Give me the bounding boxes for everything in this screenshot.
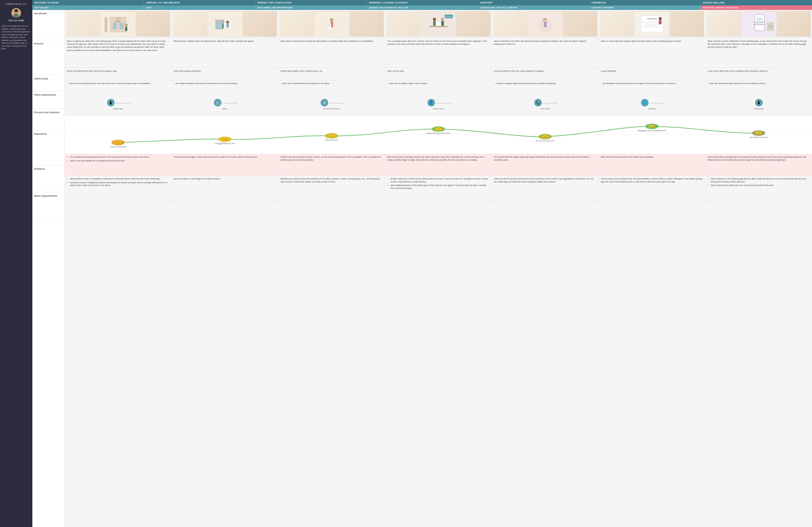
svg-point-4	[14, 10, 18, 12]
subphase-signing: SIGNING THE CONTRACT ON LOAN	[366, 5, 478, 10]
sidebar-title: PERSONAS (1)	[6, 3, 26, 5]
svg-text:🙂: 🙂	[754, 131, 763, 134]
experience-row: 😟 turmoil 😐 vigilance 🙂 focus 😕 di	[65, 116, 812, 154]
persona-name: Aline De Wilde	[8, 19, 24, 22]
storyboard-img-2	[279, 11, 384, 36]
storyboard-img-6: BANK Get life insurance with 25% discoun…	[707, 11, 811, 36]
svg-text:turmoil: turmoil	[110, 146, 126, 148]
problems-row: It's not clear how many people are there…	[65, 154, 812, 176]
svg-rect-34	[436, 22, 441, 26]
storyboard-img-4	[493, 11, 597, 36]
svg-point-12	[125, 24, 128, 27]
svg-rect-46	[643, 22, 660, 23]
label-storyboard: Storyboard	[32, 10, 64, 40]
phase-header-feedback: FEEDBACK	[590, 0, 701, 5]
svg-text:FEEDBACK: FEEDBACK	[647, 18, 657, 20]
svg-text:interest: interest	[750, 136, 768, 138]
persona-card[interactable]: Aline De Wilde • Aline is married and ha…	[1, 8, 31, 50]
ideas-list-0: Allow clients to book a consultation in …	[67, 178, 169, 187]
sidebar: PERSONAS (1) Aline De Wilde • Aline is m…	[0, 0, 32, 527]
svg-rect-14	[207, 12, 243, 36]
svg-text:BANK: BANK	[757, 19, 761, 20]
expectation-cell-2: ...there are several flexible loan optio…	[278, 80, 385, 94]
persona-desc: • Aline is married and has two children,…	[1, 25, 31, 50]
ideas-cell-3: Enable customers to delve into the detai…	[385, 176, 492, 200]
goals-row: Get to the bank before they closed to ar…	[65, 68, 812, 80]
svg-text:appreciation: appreciation	[637, 129, 666, 132]
svg-rect-59	[771, 25, 773, 28]
channel-icon-1: 🏦	[214, 99, 221, 106]
channel-cell-2: 🖨 ▶ Printed Production	[278, 94, 385, 115]
svg-text:concern: concern	[536, 139, 554, 142]
process-cell-4: Aline remembers she didn't ask about the…	[492, 38, 599, 67]
channel-label-1: Bank	[222, 107, 227, 110]
channel-label-0: Mobile app	[113, 107, 123, 110]
expectation-cell-3: ...there are no hidden traps in the cont…	[385, 80, 492, 94]
channel-cell-1: 🏦 ▶ Bank	[172, 94, 278, 115]
channel-cell-5: 🌐 ▶ Website	[599, 94, 706, 115]
svg-text:😊: 😊	[648, 124, 656, 128]
storyboard-cell-0: BANK	[65, 10, 172, 38]
storyboard-cell-2	[278, 10, 385, 38]
channel-icon-0: 📱	[107, 99, 115, 106]
svg-text:😟: 😟	[541, 135, 549, 138]
svg-rect-18	[227, 24, 229, 28]
storyboard-img-5: FEEDBACK	[600, 11, 704, 36]
svg-text:😟: 😟	[114, 141, 122, 144]
svg-point-22	[330, 18, 334, 22]
problems-list-0: It's not clear how many people are there…	[67, 156, 169, 162]
svg-rect-19	[216, 20, 222, 29]
label-channels: Process and channels	[32, 109, 64, 131]
svg-text:focus: focus	[325, 139, 338, 141]
problem-cell-1: There is no coat hanger, so Aline has to…	[172, 154, 278, 176]
ideas-cell-0: Allow clients to book a consultation in …	[65, 176, 172, 200]
row-labels-column: Storyboard Process Client Goals Client e…	[32, 10, 65, 527]
svg-rect-33	[429, 26, 448, 27]
label-experience: Experience	[32, 131, 64, 165]
svg-text:with 25% discount!: with 25% discount!	[754, 24, 765, 25]
problem-cell-4: She worries that the support agent will …	[492, 154, 599, 176]
svg-rect-9	[119, 22, 124, 29]
expectation-cell-4: ...contact a support agent quickly and g…	[492, 80, 599, 94]
subphase-header-row: ON THE WAY VISIT EXPLORING THE INFORMATI…	[32, 5, 812, 10]
ideas-list-6: Add a calculator to the landing page wit…	[708, 178, 810, 187]
channel-label-5: Website	[648, 107, 656, 110]
svg-rect-8	[113, 22, 117, 29]
storyboard-cell-6: BANK Get life insurance with 25% discoun…	[706, 10, 812, 38]
svg-rect-13	[125, 27, 127, 31]
svg-text:🙂: 🙂	[328, 134, 336, 137]
ideas-cell-2: Allocate some space for the kid's stuff …	[278, 176, 385, 200]
svg-text:BANK: BANK	[115, 20, 120, 22]
goal-cell-5: Leave feedback.	[599, 68, 706, 80]
process-cell-2: Aline takes a brochure and reads the inf…	[278, 38, 385, 67]
storyboard-cell-1	[172, 10, 278, 38]
goal-cell-2: Clarify loan details: terms, interest ra…	[278, 68, 385, 80]
ideas-list-3: Enable customers to delve into the detai…	[387, 178, 490, 190]
label-problems: Problems	[32, 165, 64, 192]
phase-header-seeing-consultant: SEEING THE CONSULTANT	[255, 0, 366, 5]
subphase-visit: VISIT	[144, 5, 255, 10]
label-goals: Client Goals	[32, 75, 64, 91]
storyboard-img-1	[173, 11, 277, 36]
svg-rect-58	[768, 25, 770, 28]
channel-label-6: Mobile app	[754, 107, 764, 110]
channel-label-3: Face to face	[433, 107, 444, 110]
svg-rect-50	[659, 20, 662, 24]
channel-icon-6: 📱	[755, 99, 763, 106]
svg-rect-20	[215, 19, 223, 21]
subphase-exploring: EXPLORING THE INFORMATION	[255, 5, 366, 10]
channel-icon-5: 🌐	[641, 99, 649, 106]
goal-cell-6: Learn more about the terms of getting a …	[706, 68, 812, 80]
svg-point-17	[226, 21, 229, 24]
storyboard-cell-4	[492, 10, 599, 38]
ideas-cell-5: Tell the clients how and where they can …	[599, 176, 706, 200]
channels-row: 📱 ▶ Mobile app 🏦 ▶ Bank	[65, 94, 812, 116]
channel-icon-4: 📞	[534, 99, 542, 106]
process-row: Aline is paying the utility bill in her …	[65, 38, 812, 68]
svg-text:CashBox: CashBox	[445, 16, 452, 17]
channel-icon-2: 🖨	[321, 99, 328, 106]
expectation-cell-5: ...her feedback will be passed on to the…	[599, 80, 706, 94]
problem-cell-0: It's not clear how many people are there…	[65, 154, 172, 176]
label-process: Process	[32, 40, 64, 75]
subphase-contacting: CONTACTING THE CALL CENTER	[478, 5, 590, 10]
